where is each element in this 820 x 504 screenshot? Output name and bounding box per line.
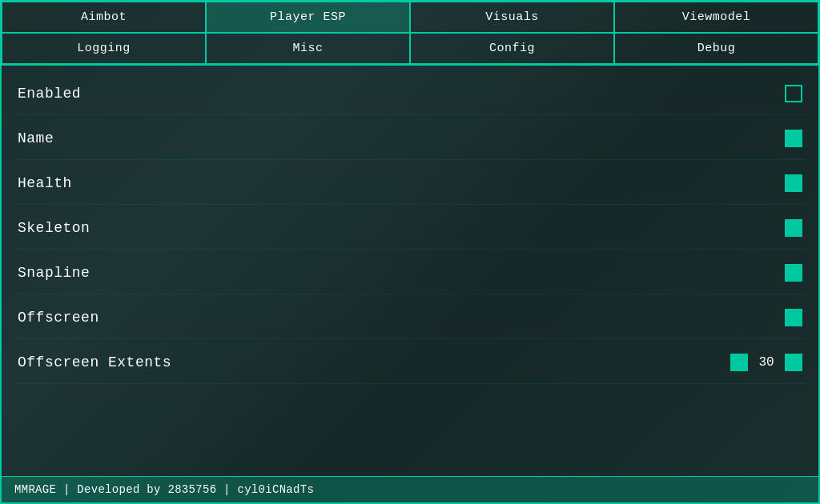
tab-config[interactable]: Config bbox=[410, 33, 614, 64]
setting-row-offscreen: Offscreen bbox=[14, 296, 806, 339]
toggle-checkbox[interactable] bbox=[785, 354, 802, 371]
setting-controls: 30 bbox=[730, 354, 802, 371]
setting-label: Health bbox=[18, 175, 72, 191]
content-area: EnabledNameHealthSkeletonSnaplineOffscre… bbox=[2, 66, 818, 476]
setting-controls bbox=[785, 309, 802, 326]
status-bar: MMRAGE | Developed by 2835756 | cyl0iCNa… bbox=[2, 476, 818, 502]
setting-row-enabled: Enabled bbox=[14, 72, 806, 115]
setting-controls bbox=[785, 85, 802, 102]
toggle-checkbox[interactable] bbox=[785, 264, 802, 282]
setting-row-snapline: Snapline bbox=[14, 251, 806, 294]
tab-logging[interactable]: Logging bbox=[2, 33, 206, 64]
setting-controls bbox=[785, 130, 802, 147]
color-swatch[interactable] bbox=[730, 354, 748, 371]
setting-label: Offscreen Extents bbox=[18, 354, 171, 370]
setting-row-offscreen-extents: Offscreen Extents30 bbox=[14, 341, 806, 384]
app-container: AimbotPlayer ESPVisualsViewmodel Logging… bbox=[0, 0, 820, 504]
tab-player-esp[interactable]: Player ESP bbox=[206, 2, 410, 33]
setting-controls bbox=[785, 219, 802, 237]
tab-visuals[interactable]: Visuals bbox=[410, 2, 614, 33]
tab-bar: AimbotPlayer ESPVisualsViewmodel Logging… bbox=[2, 2, 818, 66]
setting-label: Enabled bbox=[18, 86, 81, 102]
setting-label: Name bbox=[18, 130, 54, 146]
tab-debug[interactable]: Debug bbox=[614, 33, 818, 64]
setting-label: Snapline bbox=[18, 265, 90, 281]
toggle-checkbox[interactable] bbox=[785, 130, 802, 147]
setting-label: Offscreen bbox=[18, 310, 99, 326]
tab-row-1: AimbotPlayer ESPVisualsViewmodel bbox=[2, 2, 818, 33]
setting-label: Skeleton bbox=[18, 220, 90, 236]
number-value: 30 bbox=[754, 355, 778, 370]
status-text: MMRAGE | Developed by 2835756 | cyl0iCNa… bbox=[14, 483, 314, 496]
setting-row-name: Name bbox=[14, 117, 806, 160]
toggle-checkbox[interactable] bbox=[785, 174, 802, 192]
setting-row-skeleton: Skeleton bbox=[14, 206, 806, 250]
setting-controls bbox=[785, 264, 802, 282]
tab-misc[interactable]: Misc bbox=[206, 33, 410, 64]
toggle-checkbox[interactable] bbox=[785, 309, 802, 326]
toggle-checkbox[interactable] bbox=[785, 85, 802, 102]
tab-viewmodel[interactable]: Viewmodel bbox=[614, 2, 818, 33]
tab-aimbot[interactable]: Aimbot bbox=[2, 2, 206, 33]
setting-row-health: Health bbox=[14, 162, 806, 205]
toggle-checkbox[interactable] bbox=[785, 219, 802, 237]
setting-controls bbox=[785, 174, 802, 192]
tab-row-2: LoggingMiscConfigDebug bbox=[2, 33, 818, 64]
